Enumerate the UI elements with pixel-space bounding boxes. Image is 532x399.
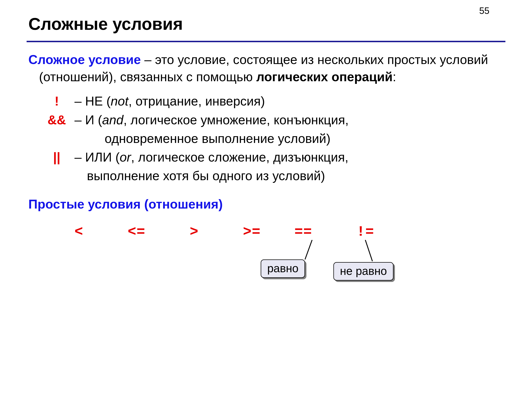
rel-ne: != (356, 224, 374, 240)
op-and-cont: одновременное выполнение условий) (28, 130, 504, 147)
op-and-desc: – И (and, логическое умножение, конъюнкц… (75, 111, 504, 129)
op-and-en: and (102, 113, 123, 127)
op-and-prefix: – И ( (75, 113, 102, 127)
op-not-desc: – НЕ (not, отрицание, инверсия) (75, 93, 504, 110)
page-number: 55 (479, 5, 489, 16)
definition-term: Сложное условие (28, 52, 141, 67)
op-and-symbol: && (28, 111, 75, 129)
op-not-symbol: ! (28, 93, 75, 110)
svg-line-1 (365, 240, 372, 261)
definition-bold: логических операций (256, 70, 393, 84)
callout-ne-pointer (362, 240, 376, 263)
callout-ne-text: не равно (340, 265, 387, 277)
definition-colon: : (393, 70, 396, 84)
op-or-row: || – ИЛИ (or, логическое сложение, дизъю… (28, 149, 504, 166)
slide: 55 Сложные условия Сложное условие – это… (0, 0, 532, 399)
rel-gt: > (190, 224, 199, 240)
op-or-desc: – ИЛИ (or, логическое сложение, дизъюнкц… (75, 149, 504, 166)
simple-conditions-heading: Простые условия (отношения) (28, 197, 504, 211)
op-not-prefix: – НЕ ( (75, 94, 111, 108)
op-not-rest: , отрицание, инверсия) (128, 94, 265, 108)
op-and-rest: , логическое умножение, конъюнкция, (123, 113, 349, 127)
callout-eq-text: равно (267, 262, 298, 275)
svg-line-0 (305, 240, 312, 260)
rel-eq: == (294, 224, 312, 240)
op-or-prefix: – ИЛИ ( (75, 150, 120, 164)
definition-paragraph: Сложное условие – это условие, состоящее… (28, 51, 504, 85)
op-or-symbol: || (28, 149, 75, 166)
op-or-rest: , логическое сложение, дизъюнкция, (131, 150, 348, 164)
operators-list: ! – НЕ (not, отрицание, инверсия) && – И… (28, 93, 504, 184)
slide-title: Сложные условия (28, 14, 504, 37)
callouts-area: равно не равно (28, 242, 504, 288)
rel-ge: >= (243, 224, 261, 240)
op-and-row: && – И (and, логическое умножение, конъю… (28, 111, 504, 129)
callout-eq-pointer (301, 240, 316, 261)
rel-lt: < (75, 224, 83, 240)
callout-eq: равно (261, 260, 305, 278)
op-not-row: ! – НЕ (not, отрицание, инверсия) (28, 93, 504, 110)
callout-ne: не равно (333, 262, 393, 280)
op-or-en: or (120, 150, 131, 164)
relational-operators-row: < <= > >= == != (28, 224, 504, 240)
title-rule (27, 41, 505, 42)
rel-le: <= (128, 224, 146, 240)
op-or-cont: выполнение хотя бы одного из условий) (28, 167, 504, 184)
op-not-en: not (111, 94, 128, 108)
